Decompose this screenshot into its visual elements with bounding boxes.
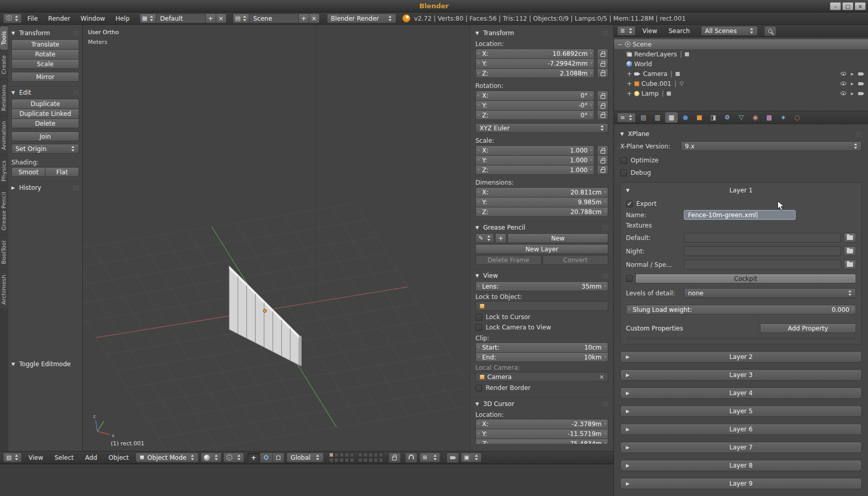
help-menu[interactable]: Help xyxy=(111,15,134,22)
outliner-scope-dropdown[interactable]: All Scenes xyxy=(701,26,758,36)
render-border-row[interactable]: Render Border xyxy=(475,383,608,393)
layer4-box[interactable]: Layer 4 xyxy=(620,387,862,399)
viewport-editor-selector[interactable]: ▧ xyxy=(3,453,22,462)
layer5-box[interactable]: Layer 5 xyxy=(620,405,862,417)
location-y-slider[interactable]: Y:-7.29942mm xyxy=(475,58,594,68)
renderable-camera-icon[interactable] xyxy=(858,82,863,85)
mode-dropdown[interactable]: Object Mode xyxy=(136,453,199,462)
layer-toggle[interactable] xyxy=(345,453,349,457)
gp-new-layer-button[interactable]: New Layer xyxy=(475,244,608,254)
selectable-pointer-icon[interactable]: ▸ xyxy=(851,71,854,77)
cursor-x-slider[interactable]: X:-2.3789m xyxy=(475,419,608,429)
tab-world[interactable]: ● xyxy=(679,112,692,123)
edit-panel-header[interactable]: Edit xyxy=(11,87,79,98)
translate-button[interactable]: Translate xyxy=(11,39,79,49)
cockpit-checkbox[interactable] xyxy=(626,275,633,282)
snap-element-dropdown[interactable]: ⊞ xyxy=(420,453,440,462)
render-engine-dropdown[interactable]: Blender Render xyxy=(327,13,396,23)
tab-object-data[interactable]: ▽ xyxy=(735,112,747,123)
layer7-box[interactable]: Layer 7 xyxy=(620,442,862,453)
lock-camera-checkbox[interactable] xyxy=(475,324,482,331)
scene-lock-button[interactable] xyxy=(388,453,401,463)
orientation-dropdown[interactable]: Global xyxy=(287,453,324,462)
cockpit-button[interactable]: Cockpit xyxy=(635,274,856,283)
layer-toggle[interactable] xyxy=(358,458,363,462)
layer-toggle[interactable] xyxy=(329,453,334,457)
tab-archimesh[interactable]: Archimesh xyxy=(0,270,8,309)
lock-to-cursor-row[interactable]: Lock to Cursor xyxy=(475,312,608,322)
slung-load-slider[interactable]: Slung Load weight:0.000 xyxy=(626,305,856,314)
layer-toggle[interactable] xyxy=(329,458,334,462)
shade-smooth-button[interactable]: Smoot xyxy=(11,167,45,177)
tab-tools[interactable]: Tools xyxy=(0,26,8,50)
expand-plus-icon[interactable]: + xyxy=(626,70,632,78)
tab-scene[interactable]: ▦ xyxy=(665,112,678,123)
cursor3d-panel-header[interactable]: 3D Cursor xyxy=(475,398,608,409)
snap-toggle-button[interactable] xyxy=(405,453,417,463)
layout-name-field[interactable]: Default xyxy=(156,13,206,23)
lock-scale-z-button[interactable] xyxy=(597,165,608,175)
dimensions-x-slider[interactable]: X:20.811cm xyxy=(475,187,608,197)
tab-render[interactable]: ▤ xyxy=(637,112,650,123)
scale-x-slider[interactable]: X:1.000 xyxy=(475,145,594,155)
visibility-eye-icon[interactable] xyxy=(841,82,846,85)
dimensions-z-slider[interactable]: Z:20.788cm xyxy=(475,207,608,217)
scale-button[interactable]: Scale xyxy=(11,59,79,69)
renderable-camera-icon[interactable] xyxy=(858,72,863,76)
scale-y-slider[interactable]: Y:1.000 xyxy=(475,155,594,165)
clip-start-slider[interactable]: Start:10cm xyxy=(475,342,608,352)
tab-texture[interactable]: ▩ xyxy=(763,112,775,123)
xplane-version-dropdown[interactable]: 9.x xyxy=(681,141,862,151)
layer-toggle[interactable] xyxy=(350,458,354,462)
transform-panel-header[interactable]: Transform xyxy=(11,27,79,38)
delete-layout-button[interactable]: × xyxy=(216,13,227,23)
expand-plus-icon[interactable]: + xyxy=(626,90,632,97)
tab-physics[interactable]: Physics xyxy=(0,156,8,186)
add-scene-button[interactable]: + xyxy=(299,13,309,23)
tab-grease-pencil[interactable]: Grease Pencil xyxy=(0,187,8,235)
lock-rotation-z-button[interactable] xyxy=(597,110,608,120)
scene-icon-button[interactable]: ▤ xyxy=(233,13,249,23)
add-menu[interactable]: Add xyxy=(81,454,102,461)
layer-toggle[interactable] xyxy=(358,453,363,457)
lock-scale-y-button[interactable] xyxy=(597,155,608,165)
manipulator-rotate-button[interactable] xyxy=(260,453,272,463)
layer-toggle[interactable] xyxy=(334,453,339,457)
outliner-row-cube001[interactable]: + Cube.001 |▽ ▸ xyxy=(614,79,868,88)
lock-location-x-button[interactable] xyxy=(597,49,608,58)
lock-location-z-button[interactable] xyxy=(597,68,608,78)
maximize-button[interactable]: □ xyxy=(842,2,854,10)
lock-rotation-y-button[interactable] xyxy=(597,100,608,110)
view-menu[interactable]: View xyxy=(24,454,48,461)
xplane-panel-header[interactable]: XPlane xyxy=(620,128,862,139)
viewport-shading-dropdown[interactable] xyxy=(201,453,221,462)
expand-plus-icon[interactable]: + xyxy=(626,80,632,87)
layer3-box[interactable]: Layer 3 xyxy=(620,369,862,381)
outliner-view-menu[interactable]: View xyxy=(638,27,662,35)
manipulator-translate-button[interactable]: + xyxy=(247,453,260,463)
clear-icon[interactable]: × xyxy=(599,373,604,381)
rotation-x-slider[interactable]: X:0° xyxy=(475,91,594,100)
viewport-canvas[interactable]: z x xyxy=(83,25,470,451)
lock-scale-x-button[interactable] xyxy=(597,145,608,155)
object-menu[interactable]: Object xyxy=(104,454,133,461)
history-panel-header[interactable]: History xyxy=(11,182,79,193)
gp-convert-button[interactable]: Convert xyxy=(543,255,609,265)
rotation-y-slider[interactable]: Y:-0° xyxy=(475,100,594,110)
tab-relations[interactable]: Relations xyxy=(0,80,8,116)
default-texture-field[interactable] xyxy=(684,233,841,243)
normal-texture-field[interactable] xyxy=(684,260,841,269)
layer-toggle[interactable] xyxy=(350,453,354,457)
scale-z-slider[interactable]: Z:1.000 xyxy=(475,165,594,175)
visibility-eye-icon[interactable] xyxy=(841,92,846,95)
lens-slider[interactable]: Lens:35mm xyxy=(475,281,608,291)
selectable-pointer-icon[interactable]: ▸ xyxy=(851,81,854,86)
tab-render-layers[interactable]: ▥ xyxy=(651,112,664,123)
layer-toggle[interactable] xyxy=(368,458,373,462)
layer-toggle[interactable] xyxy=(339,458,344,462)
join-button[interactable]: Join xyxy=(11,131,79,141)
pivot-dropdown[interactable] xyxy=(223,453,244,462)
window-menu[interactable]: Window xyxy=(76,15,110,22)
layer2-box[interactable]: Layer 2 xyxy=(620,351,862,363)
layer-toggle[interactable] xyxy=(363,453,368,457)
